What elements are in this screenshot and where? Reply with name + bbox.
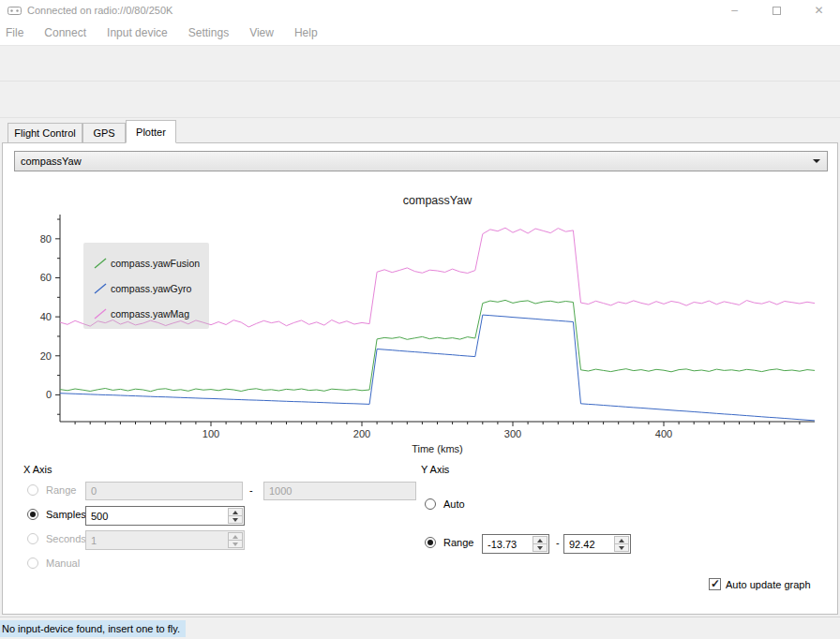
x-tick-label: 400 — [655, 428, 672, 439]
spin-up-icon[interactable] — [228, 508, 243, 516]
y-range-max-input[interactable] — [563, 534, 631, 554]
legend-item: compass.yawFusion — [83, 250, 209, 275]
x-axis-label: X Axis — [23, 464, 52, 475]
auto-update-label: Auto update graph — [726, 579, 811, 590]
tab-bar: Flight ControlGPSPlotter — [0, 118, 840, 143]
y-tick-label: 20 — [40, 350, 52, 362]
spin-down-icon[interactable] — [532, 544, 548, 552]
spin-down-icon[interactable] — [614, 544, 629, 552]
spin-up-icon[interactable] — [532, 536, 548, 544]
x-seconds-field — [86, 531, 244, 549]
y-auto-label: Auto — [443, 498, 465, 510]
legend-label: compass.yawGyro — [111, 283, 191, 294]
legend-item: compass.yawGyro — [83, 275, 209, 301]
x-tick-label: 200 — [353, 428, 370, 439]
app-window: Connected on radio://0/80/250K – ✕ FileC… — [0, 0, 840, 639]
toolbar: radio://0/80/250K Disconnect Scan Batter… — [0, 45, 840, 82]
x-range-label: Range — [46, 484, 76, 496]
x-seconds-spinner — [228, 532, 243, 548]
x-range-max-input — [263, 482, 416, 500]
legend: compass.yawFusioncompass.yawGyrocompass.… — [83, 243, 209, 329]
y-range-min-spinner[interactable] — [532, 536, 548, 552]
range-separator: - — [249, 484, 253, 496]
tab-gps[interactable]: GPS — [82, 123, 126, 143]
legend-line-sample-icon — [93, 257, 109, 270]
menu-item-settings[interactable]: Settings — [178, 26, 239, 39]
tab-flight-control[interactable]: Flight Control — [8, 123, 82, 143]
spin-up-icon[interactable] — [614, 536, 629, 544]
y-tick-label: 80 — [40, 233, 52, 245]
title-bar: Connected on radio://0/80/250K – ✕ — [0, 0, 840, 21]
menu-bar: FileConnectInput deviceSettingsViewHelp — [0, 21, 840, 45]
x-samples-radio[interactable] — [27, 509, 38, 520]
spin-up-icon — [228, 532, 243, 541]
x-range-min-field — [86, 483, 242, 499]
log-config-value: compassYaw — [21, 156, 82, 167]
x-tick-label: 100 — [202, 428, 219, 439]
menu-item-input-device[interactable]: Input device — [97, 26, 178, 39]
y-tick-label: 40 — [40, 311, 52, 322]
x-range-radio — [27, 484, 38, 496]
x-seconds-label: Seconds — [46, 533, 86, 544]
menu-item-help[interactable]: Help — [284, 26, 328, 39]
minimize-button[interactable]: – — [713, 0, 756, 21]
spin-down-icon — [228, 541, 243, 548]
y-range-max-spinner[interactable] — [614, 536, 629, 552]
x-samples-spinner[interactable] — [228, 508, 243, 524]
app-icon — [8, 6, 22, 16]
maximize-icon — [772, 7, 781, 15]
x-manual-radio — [27, 557, 38, 569]
x-samples-label: Samples — [46, 509, 86, 520]
tab-plotter[interactable]: Plotter — [126, 120, 176, 143]
x-tick-label: 300 — [504, 428, 521, 439]
address-row: Address: Auto Reconnect — [0, 82, 840, 118]
status-bar: No input-device found, insert one to fly… — [0, 617, 840, 639]
y-tick-label: 0 — [46, 389, 52, 400]
auto-update-checkbox[interactable] — [709, 578, 721, 590]
y-axis-label: Y Axis — [421, 464, 449, 475]
legend-label: compass.yawFusion — [111, 258, 200, 269]
spin-down-icon[interactable] — [228, 516, 243, 524]
legend-label: compass.yawMag — [111, 308, 189, 320]
x-axis-title: Time (kms) — [412, 443, 463, 454]
x-manual-label: Manual — [46, 557, 80, 569]
status-message: No input-device found, insert one to fly… — [0, 620, 186, 637]
y-range-min-input[interactable] — [482, 534, 549, 554]
close-button[interactable]: ✕ — [798, 0, 840, 21]
maximize-button[interactable] — [756, 0, 798, 21]
y-tick-label: 60 — [40, 272, 52, 283]
x-seconds-input — [85, 530, 245, 550]
chevron-down-icon — [813, 159, 820, 163]
legend-line-sample-icon — [93, 307, 109, 320]
chart-title: compassYaw — [403, 194, 472, 207]
y-range-separator: - — [556, 537, 560, 548]
legend-item: compass.yawMag — [83, 301, 209, 326]
y-range-label: Range — [443, 537, 473, 548]
legend-line-sample-icon — [93, 282, 109, 295]
x-range-max-field — [264, 483, 415, 499]
log-config-combobox[interactable]: compassYaw — [14, 151, 828, 171]
menu-item-file[interactable]: File — [0, 26, 34, 39]
tab-panel: compassYaw compassYaw0204060801002003004… — [2, 142, 838, 615]
x-samples-input[interactable] — [85, 506, 245, 526]
series-compass.yawGyro — [60, 315, 815, 421]
x-seconds-radio — [27, 533, 38, 544]
menu-item-view[interactable]: View — [239, 26, 284, 39]
x-range-min-input — [85, 482, 243, 500]
menu-item-connect[interactable]: Connect — [34, 26, 97, 39]
x-samples-field[interactable] — [86, 507, 244, 525]
y-range-radio[interactable] — [425, 537, 436, 548]
window-title: Connected on radio://0/80/250K — [27, 5, 172, 16]
y-auto-radio[interactable] — [425, 498, 436, 510]
